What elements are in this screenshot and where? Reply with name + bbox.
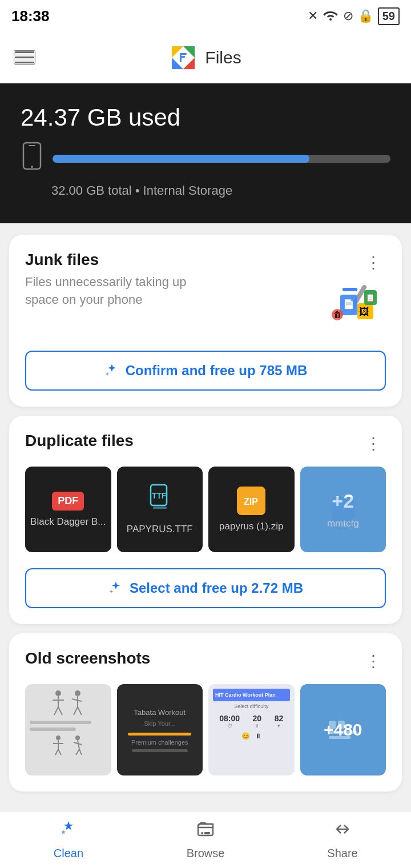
storage-phone-icon xyxy=(21,142,43,175)
screenshots-more-count: +480 xyxy=(324,720,362,740)
nav-clean-label: Clean xyxy=(54,847,83,860)
wifi-icon xyxy=(323,8,339,24)
svg-point-49 xyxy=(201,832,203,834)
screenshots-grid: Tabata Workout Skip Your... Premium chal… xyxy=(25,684,386,775)
svg-point-38 xyxy=(56,736,61,740)
sparkle-icon xyxy=(104,363,120,379)
nav-browse-label: Browse xyxy=(187,847,225,860)
svg-line-37 xyxy=(78,707,82,715)
svg-text:📋: 📋 xyxy=(365,293,376,303)
svg-rect-27 xyxy=(332,497,354,522)
cards-container: Junk files Files unnecessarily taking up… xyxy=(0,223,411,803)
do-not-disturb-icon: ⊘ xyxy=(343,9,353,23)
storage-used-text: 24.37 GB used xyxy=(21,104,390,131)
storage-bar-fill xyxy=(53,155,309,163)
nav-item-clean[interactable]: Clean xyxy=(0,819,137,860)
svg-point-43 xyxy=(75,736,80,740)
svg-line-32 xyxy=(58,707,62,715)
duplicate-files-action-label: Select and free up 2.72 MB xyxy=(130,580,303,596)
svg-line-31 xyxy=(54,707,58,715)
app-logo-icon xyxy=(170,44,197,71)
junk-files-info: Junk files Files unnecessarily taking up… xyxy=(25,251,208,309)
junk-files-subtitle: Files unnecessarily taking up space on y… xyxy=(25,274,208,309)
junk-files-card: Junk files Files unnecessarily taking up… xyxy=(9,235,402,407)
junk-files-action-button[interactable]: Confirm and free up 785 MB xyxy=(25,351,386,391)
svg-rect-23 xyxy=(153,507,167,509)
status-bar: 18:38 ✕ ⊘ 🔒 59 xyxy=(0,0,411,32)
page-body: 18:38 ✕ ⊘ 🔒 59 xyxy=(0,0,411,866)
status-icons: ✕ ⊘ 🔒 59 xyxy=(308,7,400,25)
svg-text:ZIP: ZIP xyxy=(244,497,258,507)
svg-rect-10 xyxy=(29,145,35,146)
svg-line-41 xyxy=(55,749,58,755)
screenshot-thumb-3[interactable]: HIT Cardio Workout Plan Select difficult… xyxy=(208,684,295,775)
svg-line-44 xyxy=(78,740,79,749)
zip-icon: ZIP xyxy=(237,487,265,515)
svg-rect-14 xyxy=(342,288,357,291)
nav-item-share[interactable]: Share xyxy=(274,819,411,860)
clean-icon xyxy=(59,819,78,843)
svg-line-42 xyxy=(58,749,61,755)
duplicate-files-more-button[interactable]: ⋮ xyxy=(361,432,386,455)
status-time: 18:38 xyxy=(11,7,50,25)
pdf-badge: PDF xyxy=(52,492,84,511)
junk-files-header: Junk files Files unnecessarily taking up… xyxy=(25,251,386,335)
dup-thumb-zip-label: papyrus (1).zip xyxy=(216,521,287,532)
svg-text:TTF: TTF xyxy=(152,491,167,500)
nav-item-browse[interactable]: Browse xyxy=(137,819,274,860)
dup-thumb-zip[interactable]: ZIP papyrus (1).zip xyxy=(208,467,295,552)
battery-indicator: 59 xyxy=(378,7,400,25)
dup-thumb-pdf[interactable]: PDF Black Dagger B... xyxy=(25,467,111,552)
old-screenshots-header: Old screenshots ⋮ xyxy=(25,649,386,673)
dup-thumb-ttf-label: PAPYRUS.TTF xyxy=(123,524,196,535)
old-screenshots-card: Old screenshots ⋮ xyxy=(9,633,402,791)
junk-files-title: Junk files xyxy=(25,251,208,269)
dup-thumb-ttf[interactable]: TTF PAPYRUS.TTF xyxy=(117,467,203,552)
svg-point-11 xyxy=(31,166,33,168)
svg-line-36 xyxy=(74,707,78,715)
storage-banner: 24.37 GB used 32.00 GB total • Internal … xyxy=(0,83,411,223)
menu-button[interactable] xyxy=(14,50,35,65)
svg-line-46 xyxy=(76,749,79,755)
svg-line-35 xyxy=(72,699,82,701)
old-screenshots-more-button[interactable]: ⋮ xyxy=(361,649,386,673)
app-title-area: Files xyxy=(170,44,241,71)
svg-line-47 xyxy=(79,749,82,755)
junk-files-action-label: Confirm and free up 785 MB xyxy=(126,363,308,379)
duplicate-files-title: Duplicate files xyxy=(25,432,134,450)
svg-point-33 xyxy=(75,690,80,696)
svg-point-28 xyxy=(55,690,61,696)
storage-progress-bar xyxy=(53,155,390,163)
share-icon xyxy=(333,819,352,843)
storage-bar-row xyxy=(21,142,390,175)
app-title: Files xyxy=(205,48,241,67)
duplicate-files-action-button[interactable]: Select and free up 2.72 MB xyxy=(25,568,386,608)
svg-text:🗑: 🗑 xyxy=(333,310,341,319)
svg-rect-8 xyxy=(180,53,182,62)
svg-rect-9 xyxy=(23,143,41,169)
duplicate-files-header: Duplicate files ⋮ xyxy=(25,432,386,455)
junk-files-more-button[interactable]: ⋮ xyxy=(361,251,386,274)
screenshot-thumb-2[interactable]: Tabata Workout Skip Your... Premium chal… xyxy=(117,684,203,775)
lock-icon: 🔒 xyxy=(358,9,373,23)
dup-thumb-more[interactable]: +2 mmtcfg xyxy=(300,467,386,552)
nav-share-label: Share xyxy=(327,847,357,860)
browse-icon xyxy=(196,819,215,843)
storage-detail-text: 32.00 GB total • Internal Storage xyxy=(51,183,390,198)
screenshot-more-overlay[interactable]: +480 xyxy=(300,684,386,775)
duplicates-grid: PDF Black Dagger B... TTF PAPYRUS.TTF xyxy=(25,467,386,552)
svg-text:📄: 📄 xyxy=(343,299,354,310)
svg-rect-50 xyxy=(204,832,210,834)
app-bar: Files xyxy=(0,32,411,83)
duplicate-files-card: Duplicate files ⋮ PDF Black Dagger B... … xyxy=(9,416,402,624)
dup-thumb-pdf-label: Black Dagger B... xyxy=(27,516,109,528)
junk-illustration: 📄 🖼 🗑 📋 xyxy=(323,278,386,335)
screenshot-thumb-1[interactable] xyxy=(25,684,111,775)
message-icon: ✕ xyxy=(308,9,318,23)
sparkle-icon-2 xyxy=(108,580,124,596)
ttf-icon: TTF xyxy=(147,484,172,518)
bottom-nav: Clean Browse Share xyxy=(0,811,411,868)
old-screenshots-title: Old screenshots xyxy=(25,649,150,668)
svg-text:🖼: 🖼 xyxy=(359,306,369,318)
